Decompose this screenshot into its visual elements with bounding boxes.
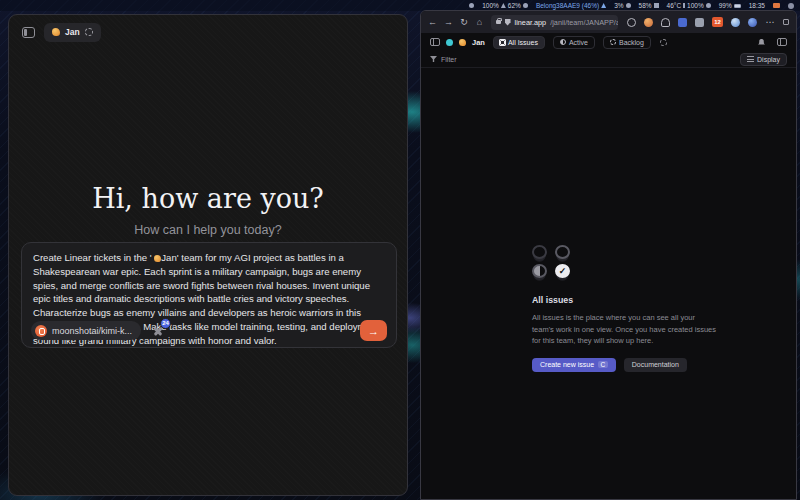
memory-icon (654, 3, 659, 8)
home-button[interactable]: ⌂ (475, 17, 483, 27)
backlog-status-icon (532, 245, 547, 259)
forward-button[interactable]: → (444, 17, 453, 27)
extensions-row: 12 ⋯ (627, 17, 789, 27)
extension-globe2-icon[interactable] (731, 18, 740, 27)
filter-row: Filter Display (421, 51, 796, 68)
sidebar-toggle-icon[interactable] (22, 27, 35, 38)
extension-bot-icon[interactable] (748, 18, 757, 27)
empty-state-title: All issues (532, 295, 718, 305)
extension-globe-icon[interactable] (627, 18, 636, 27)
extension-badge[interactable]: 12 (712, 17, 723, 27)
browser-toolbar: ← → ↻ ⌂ linear.app/janii/team/JANAPP/all… (421, 11, 796, 33)
clock: 18:35 (749, 2, 765, 9)
memory-module: 58% (639, 2, 659, 9)
greeting-title: Hi, how are you? (9, 183, 407, 214)
send-button[interactable]: → (360, 320, 387, 341)
send-arrow-icon: → (368, 325, 379, 337)
status-icons: ✓ (532, 245, 718, 278)
mic-icon (523, 3, 528, 8)
tools-count-badge: 24 (160, 318, 171, 329)
mail-tray-icon[interactable] (773, 3, 780, 8)
team-label: Jan (472, 38, 485, 47)
active-icon (560, 39, 566, 45)
wave-emoji (459, 39, 466, 46)
backlog-icon (610, 39, 616, 45)
wave-emoji (52, 28, 60, 36)
workspace-avatar[interactable] (446, 39, 453, 46)
speaker-icon (501, 3, 506, 8)
documentation-button[interactable]: Documentation (624, 358, 687, 372)
workspace-label: Jan (65, 27, 80, 37)
model-selector[interactable]: moonshotai/kimi-k... (31, 321, 141, 340)
view-settings-icon[interactable] (660, 39, 667, 46)
all-issues-icon (500, 40, 505, 45)
split-view-icon[interactable] (783, 19, 789, 25)
in-progress-status-icon (532, 264, 547, 278)
privacy-indicator (469, 3, 474, 8)
create-issue-button[interactable]: Create new issue C (532, 358, 616, 372)
sliders-icon (747, 56, 754, 62)
shortcut-badge: C (598, 361, 608, 368)
filter-label[interactable]: Filter (441, 56, 457, 63)
greeting-subtitle: How can I help you today? (9, 223, 407, 237)
extension-sphere-icon[interactable] (644, 18, 653, 27)
battery-icon (734, 4, 741, 8)
model-name: moonshotai/kimi-k... (52, 326, 132, 336)
filter-icon[interactable] (430, 56, 437, 62)
battery-module: 99% (719, 2, 741, 9)
empty-state-description: All issues is the place where you can se… (532, 312, 718, 347)
tab-backlog[interactable]: Backlog (603, 36, 651, 49)
linear-header: Jan All Issues Active Backlog (421, 33, 796, 51)
jan-header: Jan (9, 15, 407, 49)
display-button[interactable]: Display (740, 53, 787, 66)
extension-cloud-icon[interactable] (661, 18, 670, 27)
prompt-composer[interactable]: Create Linear tickets in the ' Jan' team… (21, 242, 397, 348)
tab-all-issues[interactable]: All Issues (493, 36, 545, 49)
todo-status-icon (555, 245, 570, 259)
jan-app-window: Jan Hi, how are you? How can I help you … (8, 14, 408, 496)
empty-state: ✓ All issues All issues is the place whe… (532, 245, 718, 372)
thermometer-icon (683, 3, 685, 8)
done-status-icon: ✓ (555, 264, 570, 278)
screen-share-icon (469, 3, 474, 8)
tab-active[interactable]: Active (553, 36, 595, 49)
reload-button[interactable]: ↻ (460, 17, 468, 27)
shield-icon[interactable] (505, 19, 511, 26)
extension-flag-icon[interactable] (678, 18, 687, 27)
fan-icon (706, 3, 711, 8)
browser-window: ← → ↻ ⌂ linear.app/janii/team/JANAPP/all… (420, 10, 797, 500)
url-path: /janii/team/JANAPP/all (550, 18, 618, 27)
composer-toolbar: moonshotai/kimi-k... 24 → (31, 320, 387, 341)
empty-state-actions: Create new issue C Documentation (532, 358, 718, 372)
url-bar[interactable]: linear.app/janii/team/JANAPP/all (491, 15, 618, 30)
audio-module: 100% 62% (482, 2, 528, 9)
overflow-menu[interactable]: ⋯ (765, 17, 775, 27)
cpu-module: 3% (614, 2, 630, 9)
wifi-module: Belong38AAE9 (46%) (536, 2, 606, 9)
header-right (758, 38, 787, 46)
extension-card-icon[interactable] (695, 18, 704, 27)
notifications-icon[interactable] (758, 39, 765, 46)
temp-module: 46°C 100% (667, 2, 711, 9)
tray-icon[interactable] (788, 3, 794, 9)
model-provider-icon (35, 325, 47, 337)
tools-button[interactable]: 24 (150, 323, 166, 339)
linear-app: Jan All Issues Active Backlog (421, 33, 796, 499)
url-host: linear.app (515, 18, 547, 27)
sidebar-toggle-icon[interactable] (430, 38, 440, 46)
wifi-icon (601, 3, 606, 8)
back-button[interactable]: ← (428, 17, 437, 27)
cpu-icon (626, 3, 631, 8)
gear-icon[interactable] (85, 28, 93, 36)
workspace-pill[interactable]: Jan (44, 23, 101, 42)
lock-icon (496, 20, 501, 24)
right-panel-toggle-icon[interactable] (777, 38, 787, 46)
desktop: 100% 62% Belong38AAE9 (46%) 3% 58% 46°C … (0, 0, 800, 500)
